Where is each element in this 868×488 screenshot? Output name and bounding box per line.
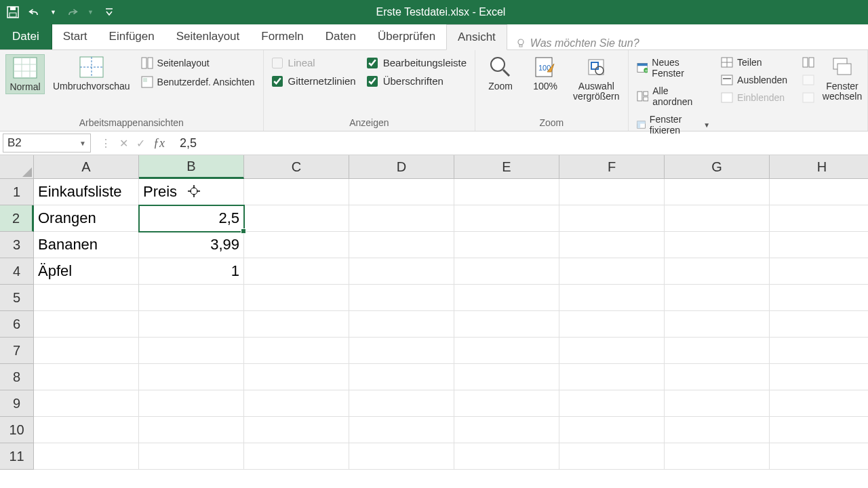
select-all-corner[interactable] bbox=[0, 155, 34, 179]
name-box[interactable]: B2 ▼ bbox=[3, 134, 91, 152]
cell-C2[interactable] bbox=[244, 205, 349, 232]
cell-A4[interactable]: Äpfel bbox=[34, 258, 139, 285]
row-header-2[interactable]: 2 bbox=[0, 205, 34, 232]
qat-customize-icon[interactable] bbox=[103, 6, 115, 18]
tab-file[interactable]: Datei bbox=[0, 24, 52, 49]
col-header-G[interactable]: G bbox=[665, 155, 770, 179]
cell-D8[interactable] bbox=[349, 364, 454, 390]
new-window-button[interactable]: + Neues Fenster bbox=[634, 56, 713, 80]
cell-E4[interactable] bbox=[454, 258, 559, 285]
cell-H5[interactable] bbox=[770, 285, 868, 311]
cell-H10[interactable] bbox=[770, 417, 868, 443]
cell-A9[interactable] bbox=[34, 390, 139, 417]
tab-einfuegen[interactable]: Einfügen bbox=[98, 24, 165, 49]
cell-H8[interactable] bbox=[770, 364, 868, 390]
fx-icon[interactable]: ƒx bbox=[153, 136, 165, 150]
view-normal-button[interactable]: Normal bbox=[5, 54, 45, 94]
cell-H7[interactable] bbox=[770, 338, 868, 364]
cell-C1[interactable] bbox=[244, 179, 349, 205]
cell-D10[interactable] bbox=[349, 417, 454, 443]
tab-ueberpruefen[interactable]: Überprüfen bbox=[367, 24, 446, 49]
cell-C4[interactable] bbox=[244, 258, 349, 285]
col-header-H[interactable]: H bbox=[770, 155, 868, 179]
chk-gridlines[interactable]: Gitternetzlinien bbox=[269, 74, 359, 88]
tab-formeln[interactable]: Formeln bbox=[250, 24, 314, 49]
tab-daten[interactable]: Daten bbox=[315, 24, 367, 49]
cell-G9[interactable] bbox=[665, 390, 770, 417]
cell-A2[interactable]: Orangen bbox=[34, 205, 139, 232]
col-header-A[interactable]: A bbox=[34, 155, 139, 179]
cell-F2[interactable] bbox=[559, 205, 665, 232]
row-header-9[interactable]: 9 bbox=[0, 390, 34, 417]
view-custom-button[interactable]: Benutzerdef. Ansichten bbox=[138, 75, 258, 89]
cell-B1[interactable]: Preis bbox=[139, 179, 244, 205]
cell-D5[interactable] bbox=[349, 285, 454, 311]
cell-B10[interactable] bbox=[139, 417, 244, 443]
view-side-by-side-button[interactable] bbox=[800, 56, 817, 69]
cell-A10[interactable] bbox=[34, 417, 139, 443]
tab-start[interactable]: Start bbox=[52, 24, 98, 49]
cell-H4[interactable] bbox=[770, 258, 868, 285]
cell-A1[interactable]: Einkaufsliste bbox=[34, 179, 139, 205]
cell-C11[interactable] bbox=[244, 443, 349, 470]
cell-D1[interactable] bbox=[349, 179, 454, 205]
formula-input[interactable] bbox=[174, 134, 868, 152]
cell-D7[interactable] bbox=[349, 338, 454, 364]
cell-F6[interactable] bbox=[559, 311, 665, 338]
col-header-C[interactable]: C bbox=[244, 155, 349, 179]
cell-A5[interactable] bbox=[34, 285, 139, 311]
row-header-5[interactable]: 5 bbox=[0, 285, 34, 311]
cell-A7[interactable] bbox=[34, 338, 139, 364]
cell-B6[interactable] bbox=[139, 311, 244, 338]
row-header-6[interactable]: 6 bbox=[0, 311, 34, 338]
cell-C7[interactable] bbox=[244, 338, 349, 364]
view-pagebreak-button[interactable]: Umbruchvorschau bbox=[50, 54, 133, 93]
cell-H1[interactable] bbox=[770, 179, 868, 205]
tab-seitenlayout[interactable]: Seitenlayout bbox=[165, 24, 251, 49]
cell-F8[interactable] bbox=[559, 364, 665, 390]
cell-C9[interactable] bbox=[244, 390, 349, 417]
cell-E6[interactable] bbox=[454, 311, 559, 338]
col-header-B[interactable]: B bbox=[139, 155, 244, 179]
row-header-8[interactable]: 8 bbox=[0, 364, 34, 390]
cell-E2[interactable] bbox=[454, 205, 559, 232]
cell-H9[interactable] bbox=[770, 390, 868, 417]
cell-B9[interactable] bbox=[139, 390, 244, 417]
view-pagelayout-button[interactable]: Seitenlayout bbox=[138, 56, 258, 70]
row-header-4[interactable]: 4 bbox=[0, 258, 34, 285]
cell-F5[interactable] bbox=[559, 285, 665, 311]
cell-B5[interactable] bbox=[139, 285, 244, 311]
cell-E3[interactable] bbox=[454, 232, 559, 258]
col-header-E[interactable]: E bbox=[454, 155, 559, 179]
row-header-7[interactable]: 7 bbox=[0, 338, 34, 364]
row-headers[interactable]: 1 2 3 4 5 6 7 8 9 10 11 bbox=[0, 179, 34, 470]
cell-A6[interactable] bbox=[34, 311, 139, 338]
zoom-selection-button[interactable]: Auswahlvergrößern bbox=[570, 54, 622, 104]
cell-G11[interactable] bbox=[665, 443, 770, 470]
cell-F10[interactable] bbox=[559, 417, 665, 443]
chevron-down-icon[interactable]: ▼ bbox=[79, 140, 86, 147]
cell-F11[interactable] bbox=[559, 443, 665, 470]
undo-dropdown-icon[interactable]: ▼ bbox=[50, 9, 56, 16]
cell-G6[interactable] bbox=[665, 311, 770, 338]
row-header-1[interactable]: 1 bbox=[0, 179, 34, 205]
col-header-D[interactable]: D bbox=[349, 155, 454, 179]
cell-D2[interactable] bbox=[349, 205, 454, 232]
cell-D11[interactable] bbox=[349, 443, 454, 470]
cell-C3[interactable] bbox=[244, 232, 349, 258]
zoom-100-button[interactable]: 100 100% bbox=[526, 54, 565, 93]
cell-F4[interactable] bbox=[559, 258, 665, 285]
zoom-button[interactable]: Zoom bbox=[481, 54, 520, 93]
cell-F1[interactable] bbox=[559, 179, 665, 205]
save-icon[interactable] bbox=[7, 6, 19, 18]
tell-me-search[interactable]: Was möchten Sie tun? bbox=[507, 37, 648, 49]
cell-E10[interactable] bbox=[454, 417, 559, 443]
cell-E11[interactable] bbox=[454, 443, 559, 470]
cell-area[interactable]: Einkaufsliste Preis Orangen 2,5 Bananen … bbox=[34, 179, 868, 470]
spreadsheet-grid[interactable]: A B C D E F G H 1 2 3 4 5 6 7 8 9 10 11 … bbox=[0, 155, 868, 488]
arrange-all-button[interactable]: Alle anordnen bbox=[634, 84, 713, 108]
cell-H2[interactable] bbox=[770, 205, 868, 232]
cell-G7[interactable] bbox=[665, 338, 770, 364]
cell-D6[interactable] bbox=[349, 311, 454, 338]
cell-C8[interactable] bbox=[244, 364, 349, 390]
